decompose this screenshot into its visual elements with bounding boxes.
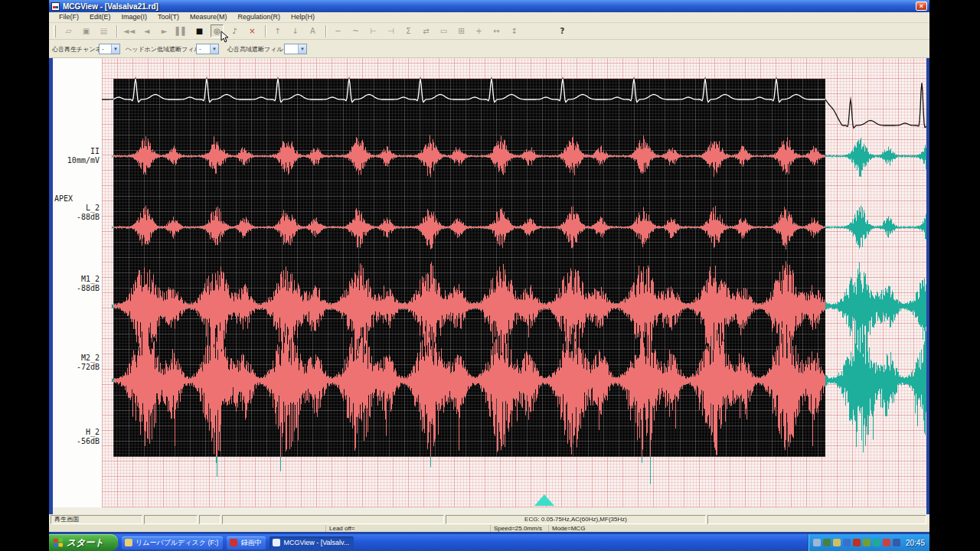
tray-icon-4[interactable]: [843, 539, 851, 546]
wave-icon[interactable]: ~: [349, 24, 362, 37]
play-icon[interactable]: ►: [158, 24, 171, 37]
add-marker-icon[interactable]: +: [472, 24, 485, 37]
taskbar: スタート リムーバブルディスク (F:)録画中MCGView - [Valsal…: [49, 534, 929, 551]
toolbar-separator: [265, 25, 266, 37]
lead-off-status: Lead off=: [326, 525, 491, 532]
tray-icon-6[interactable]: [863, 539, 871, 546]
task-buttons: リムーバブルディスク (F:)録画中MCGView - [Valsalv...: [118, 536, 354, 549]
gain-up-icon[interactable]: ↑: [271, 24, 284, 37]
waveform-view: II 10mm/mVAPEXL_2 -88dBM1_2 -88dBM2_2 -7…: [49, 58, 929, 514]
tray-icon-2[interactable]: [823, 539, 831, 546]
tray-icon-3[interactable]: [833, 539, 841, 546]
tray-icon-9[interactable]: [893, 539, 900, 546]
caliper-icon[interactable]: ⊣: [384, 24, 397, 37]
tray-icon-5[interactable]: [853, 539, 861, 546]
menu-image-i[interactable]: Image(I): [116, 12, 153, 22]
save-icon[interactable]: ▣: [80, 24, 93, 37]
mute-icon[interactable]: ×: [246, 24, 259, 37]
menu-bar: File(F)Edit(E)Image(I)Tool(T)Measure(M)R…: [49, 12, 929, 23]
step-back-icon[interactable]: ◄: [140, 24, 153, 37]
open-icon[interactable]: ▱: [62, 24, 75, 37]
taskbar-item-removable-disk-icon[interactable]: リムーバブルディスク (F:): [122, 536, 223, 549]
help-icon[interactable]: ?: [556, 24, 569, 37]
status2-spacer: [51, 525, 326, 532]
chart-paper[interactable]: [102, 58, 926, 507]
sound-toolbar: 心音再生チャンネル: -▼ ヘッドホン低域遮断フィルタ: -▼ 心音高域遮断フィ…: [49, 40, 929, 58]
waveform-canvas[interactable]: [102, 58, 926, 507]
pan-v-icon[interactable]: ↕: [508, 24, 521, 37]
menu-edit-e[interactable]: Edit(E): [84, 12, 116, 22]
windows-logo-icon: [54, 538, 64, 548]
ecg-filter-status: ECG: 0.05-75Hz,AC(60Hz),MF(35Hz): [446, 515, 706, 524]
toolbar-separator: [116, 25, 118, 37]
pan-h-icon[interactable]: ↔: [490, 24, 503, 37]
desktop-screen: MCGView - [Valsalva21.rd] × File(F)Edit(…: [49, 0, 929, 551]
channel-group-apex: APEX: [54, 194, 73, 203]
playback-channel-select[interactable]: -▼: [99, 44, 120, 54]
speed-status: Speed=25.0mm/s: [491, 525, 549, 532]
playback-channel-value: -: [102, 45, 104, 52]
recording-icon: [230, 539, 237, 546]
pause-icon[interactable]: ▌▌: [175, 24, 188, 37]
stop-icon[interactable]: ■: [193, 24, 206, 37]
removable-disk-icon: [125, 539, 132, 546]
chevron-down-icon[interactable]: ▼: [210, 44, 218, 54]
tray-icons: [813, 539, 903, 546]
status-bar-2: Lead off= Speed=25.0mm/s Mode=MCG: [49, 525, 929, 532]
menu-file-f[interactable]: File(F): [54, 12, 84, 22]
print-icon[interactable]: ▤: [97, 24, 110, 37]
channel-label-m1-2: M1_2 -88dB: [77, 275, 100, 293]
menu-help-h[interactable]: Help(H): [286, 12, 320, 22]
start-button[interactable]: スタート: [49, 534, 118, 551]
system-tray: 20:45: [808, 534, 929, 551]
view-mode-status: 再生画面: [51, 515, 142, 524]
status-panel-3: [199, 515, 220, 524]
main-toolbar: ▱▣▤◄◄◄►▌▌■◎♪×↑↓A−~⊢⊣Σ⇄▭⊞+↔↕?: [49, 23, 929, 40]
status-bar-1: 再生画面 ECG: 0.05-75Hz,AC(60Hz),MF(35Hz): [49, 514, 929, 525]
menu-measure-m[interactable]: Measure(M): [185, 12, 233, 22]
chevron-down-icon[interactable]: ▼: [111, 44, 119, 54]
taskbar-item-mcgview-icon[interactable]: MCGView - [Valsalv...: [270, 536, 354, 549]
swap-icon[interactable]: ⇄: [420, 24, 433, 37]
start-label: スタート: [67, 536, 104, 549]
lowcut-filter-select[interactable]: -▼: [196, 44, 219, 54]
status-panel-6: [707, 515, 926, 524]
taskbar-item-label: リムーバブルディスク (F:): [136, 536, 218, 549]
app-icon: [51, 2, 60, 11]
clock: 20:45: [906, 539, 925, 547]
channel-label-ii: II 10mm/mV: [67, 147, 100, 165]
tray-icon-1[interactable]: [813, 539, 821, 546]
playhead-marker-icon[interactable]: [534, 494, 554, 506]
status-panel-4: [222, 515, 444, 524]
window-title: MCGView - [Valsalva21.rd]: [63, 2, 158, 11]
close-button[interactable]: ×: [916, 2, 927, 11]
title-bar: MCGView - [Valsalva21.rd] ×: [49, 0, 929, 12]
taskbar-item-label: MCGView - [Valsalv...: [283, 536, 349, 549]
status-panel-2: [144, 515, 198, 524]
baseline-icon[interactable]: −: [332, 24, 345, 37]
annotate-icon[interactable]: A: [306, 24, 319, 37]
mcgview-icon: [273, 539, 280, 546]
region-icon[interactable]: ▭: [437, 24, 450, 37]
gain-down-icon[interactable]: ↓: [289, 24, 302, 37]
mouse-cursor: [220, 31, 230, 43]
tray-icon-8[interactable]: [883, 539, 890, 546]
tray-icon-7[interactable]: [873, 539, 880, 546]
channel-label-m2-2: M2_2 -72dB: [77, 354, 100, 372]
rewind-icon[interactable]: ◄◄: [122, 24, 136, 37]
taskbar-item-recording-icon[interactable]: 録画中: [227, 536, 266, 549]
ruler-icon[interactable]: ⊢: [367, 24, 380, 37]
channel-label-l-2: L_2 -88dB: [77, 204, 100, 222]
mode-status: Mode=MCG: [549, 525, 928, 532]
menu-regulation-r[interactable]: Regulation(R): [233, 12, 286, 22]
channel-label-gutter: II 10mm/mVAPEXL_2 -88dBM1_2 -88dBM2_2 -7…: [53, 58, 102, 507]
menu-tool-t[interactable]: Tool(T): [152, 12, 185, 22]
grid-icon[interactable]: ⊞: [455, 24, 468, 37]
toolbar-grip[interactable]: [54, 25, 56, 37]
chevron-down-icon[interactable]: ▼: [298, 44, 306, 54]
channel-label-h-2: H_2 -56dB: [77, 428, 100, 446]
speaker-icon[interactable]: ♪: [228, 24, 241, 37]
toolbar-separator: [325, 25, 327, 37]
highcut-filter-select[interactable]: ▼: [284, 44, 307, 54]
sum-icon[interactable]: Σ: [402, 24, 415, 37]
